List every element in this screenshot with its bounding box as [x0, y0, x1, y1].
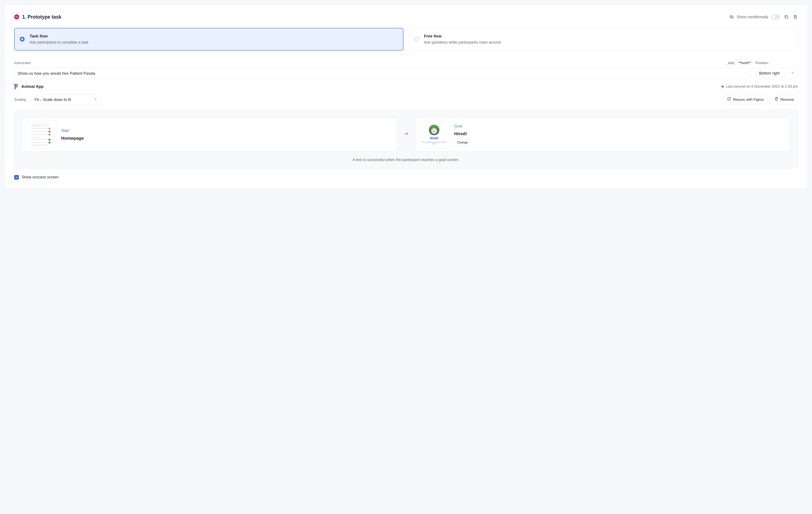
- panel-caption: A test is successful when the participan…: [22, 157, 790, 163]
- sync-status-text: Last synced on 6 December 2022 at 2:29 p…: [726, 84, 798, 89]
- header-actions: Show conditionally: [729, 14, 798, 20]
- remove-button[interactable]: Remove: [771, 94, 798, 105]
- free-flow-option[interactable]: Free flow Ask questions while participan…: [409, 28, 798, 51]
- chevron-down-icon: [791, 71, 794, 76]
- start-screen-card[interactable]: Start Homepage: [22, 118, 397, 152]
- position-value: Bottom right: [759, 71, 780, 76]
- show-success-checkbox[interactable]: [14, 175, 19, 180]
- start-screen-name: Homepage: [61, 135, 84, 141]
- title-wrap: 1. Prototype task: [14, 13, 61, 21]
- goal-thumbnail: Hired! You've added this new role to Pat…: [418, 121, 450, 148]
- goal-screen-name: Hired!: [454, 130, 471, 137]
- figma-icon: [14, 84, 19, 89]
- goal-label: Goal: [454, 124, 471, 129]
- position-field: Position Bottom right: [756, 60, 798, 79]
- position-label: Position: [756, 60, 798, 66]
- show-success-label: Show success screen: [22, 174, 59, 180]
- instruction-label: Instruction: [14, 60, 31, 66]
- card-title: 1. Prototype task: [22, 13, 61, 21]
- instruction-input[interactable]: [14, 68, 751, 79]
- scaling-row: Scaling Fit – Scale down to fit Resync w…: [14, 94, 798, 105]
- resync-label: Resync with Figma: [733, 97, 763, 102]
- screens-panel: Start Homepage Hired! You've added this …: [14, 110, 798, 168]
- task-flow-title: Task flow: [30, 33, 88, 39]
- trash-icon: [775, 97, 778, 102]
- chevron-down-icon: [94, 97, 97, 103]
- scaling-label: Scaling: [14, 97, 26, 102]
- card-header: 1. Prototype task Show conditionally: [14, 13, 798, 21]
- task-flow-radio[interactable]: [20, 37, 25, 42]
- position-select[interactable]: Bottom right: [756, 68, 798, 79]
- scaling-select[interactable]: Fit – Scale down to fit: [31, 94, 101, 105]
- status-dot-icon: [722, 85, 724, 88]
- change-goal-button[interactable]: Change: [454, 139, 471, 146]
- duplicate-button[interactable]: [784, 15, 789, 20]
- instruction-row: Instruction _italic_ **bold** Position B…: [14, 60, 798, 79]
- remove-label: Remove: [781, 97, 794, 102]
- show-conditionally-label: Show conditionally: [737, 14, 768, 20]
- figma-info-row: Animal App Last synced on 6 December 202…: [14, 84, 798, 90]
- svg-point-1: [16, 85, 18, 87]
- free-flow-radio[interactable]: [414, 37, 419, 42]
- start-label: Start: [61, 128, 84, 134]
- formatting-hint: _italic_ **bold**: [726, 60, 751, 65]
- scaling-value: Fit – Scale down to fit: [35, 97, 71, 103]
- prototype-task-card: 1. Prototype task Show conditionally: [4, 5, 808, 189]
- eye-off-icon: [729, 15, 734, 20]
- delete-button[interactable]: [793, 15, 798, 20]
- svg-rect-0: [786, 16, 788, 19]
- start-thumbnail: [25, 121, 57, 148]
- show-conditionally-control: Show conditionally: [729, 14, 780, 20]
- flow-type-options: Task flow Ask participants to complete a…: [14, 28, 798, 51]
- task-flow-option[interactable]: Task flow Ask participants to complete a…: [14, 28, 403, 51]
- free-flow-desc: Ask questions while participants roam ar…: [424, 39, 500, 45]
- instruction-field: Instruction _italic_ **bold**: [14, 60, 751, 79]
- goal-screen-card[interactable]: Hired! You've added this new role to Pat…: [415, 118, 790, 152]
- resync-figma-button[interactable]: Resync with Figma: [723, 94, 767, 105]
- free-flow-title: Free flow: [424, 33, 500, 39]
- figma-app-name: Animal App: [21, 84, 44, 90]
- prototype-task-icon: [14, 15, 19, 20]
- success-checkbox-row: Show success screen: [14, 174, 798, 180]
- task-flow-desc: Ask participants to complete a task: [30, 39, 88, 45]
- refresh-icon: [727, 97, 731, 102]
- arrow-right-icon: [403, 131, 409, 138]
- sync-status: Last synced on 6 December 2022 at 2:29 p…: [722, 84, 798, 89]
- show-conditionally-toggle[interactable]: [771, 15, 780, 20]
